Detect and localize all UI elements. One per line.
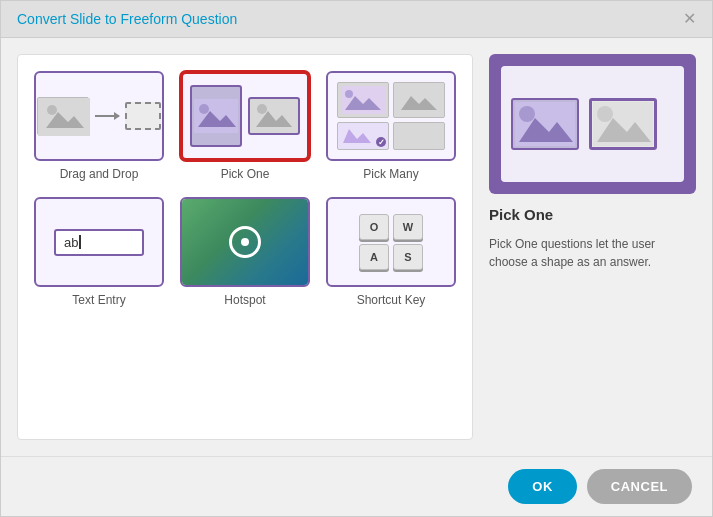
preview-card — [489, 54, 696, 194]
key-w: W — [393, 214, 423, 240]
preview-description: Pick One questions let the user choose a… — [489, 235, 696, 271]
shortcut-content: O W A S — [343, 198, 439, 286]
hotspot-bg — [182, 199, 308, 285]
dialog: Convert Slide to Freeform Question ✕ — [0, 0, 713, 517]
text-input-mock: ab — [54, 229, 144, 256]
drag-arrow — [95, 115, 119, 117]
ok-button[interactable]: OK — [508, 469, 577, 504]
option-card-pick-many[interactable]: ✓ — [326, 71, 456, 161]
pick-one-img1 — [190, 85, 242, 147]
svg-rect-0 — [38, 98, 90, 136]
hotspot-content — [182, 199, 308, 285]
drag-drop-content — [34, 89, 164, 143]
key-o: O — [359, 214, 389, 240]
option-card-hotspot[interactable] — [180, 197, 310, 287]
key-a: A — [359, 244, 389, 270]
option-card-shortcut-key[interactable]: O W A S — [326, 197, 456, 287]
svg-rect-3 — [194, 99, 238, 133]
dialog-footer: OK CANCEL — [1, 456, 712, 516]
option-pick-many[interactable]: ✓ Pick Many — [326, 71, 456, 181]
pick-many-img4 — [393, 122, 445, 150]
pick-many-img2 — [393, 82, 445, 118]
preview-inner — [501, 66, 684, 182]
cancel-button[interactable]: CANCEL — [587, 469, 692, 504]
hotspot-cursor — [229, 226, 261, 258]
title-highlight: Slide — [70, 11, 101, 27]
option-pick-one[interactable]: Pick One — [180, 71, 310, 181]
dialog-title: Convert Slide to Freeform Question — [17, 11, 237, 27]
title-suffix: to Freeform Question — [101, 11, 237, 27]
title-prefix: Convert — [17, 11, 70, 27]
option-label-drag-and-drop: Drag and Drop — [60, 167, 139, 181]
option-label-hotspot: Hotspot — [224, 293, 265, 307]
option-card-pick-one[interactable] — [180, 71, 310, 161]
drag-target — [125, 102, 161, 130]
hotspot-dot — [241, 238, 249, 246]
drag-drop-image — [37, 97, 89, 135]
svg-point-2 — [47, 105, 57, 115]
option-drag-and-drop[interactable]: Drag and Drop — [34, 71, 164, 181]
option-label-shortcut-key: Shortcut Key — [357, 293, 426, 307]
pick-one-content — [182, 77, 308, 155]
preview-img-1 — [511, 98, 579, 150]
option-card-text-entry[interactable]: ab — [34, 197, 164, 287]
options-panel: Drag and Drop — [17, 54, 473, 440]
svg-point-8 — [257, 104, 267, 114]
pick-many-content: ✓ — [329, 74, 453, 158]
key-s: S — [393, 244, 423, 270]
text-ab: ab — [64, 235, 78, 250]
option-shortcut-key[interactable]: O W A S Shortcut Key — [326, 197, 456, 307]
svg-point-17 — [519, 106, 535, 122]
preview-title: Pick One — [489, 206, 696, 223]
pick-many-img1 — [337, 82, 389, 118]
dialog-header: Convert Slide to Freeform Question ✕ — [1, 1, 712, 38]
svg-point-11 — [345, 90, 353, 98]
cursor — [79, 235, 81, 249]
text-entry-content: ab — [36, 217, 162, 268]
pick-one-img2 — [248, 97, 300, 135]
svg-point-5 — [199, 104, 209, 114]
preview-img-2 — [589, 98, 657, 150]
preview-panel: Pick One Pick One questions let the user… — [489, 54, 696, 440]
option-hotspot[interactable]: Hotspot — [180, 197, 310, 307]
close-button[interactable]: ✕ — [683, 11, 696, 27]
option-text-entry[interactable]: ab Text Entry — [34, 197, 164, 307]
pick-many-img3: ✓ — [337, 122, 389, 150]
svg-point-20 — [597, 106, 613, 122]
option-label-pick-one: Pick One — [221, 167, 270, 181]
dialog-body: Drag and Drop — [1, 38, 712, 456]
option-label-pick-many: Pick Many — [363, 167, 418, 181]
option-label-text-entry: Text Entry — [72, 293, 125, 307]
option-card-drag-and-drop[interactable] — [34, 71, 164, 161]
